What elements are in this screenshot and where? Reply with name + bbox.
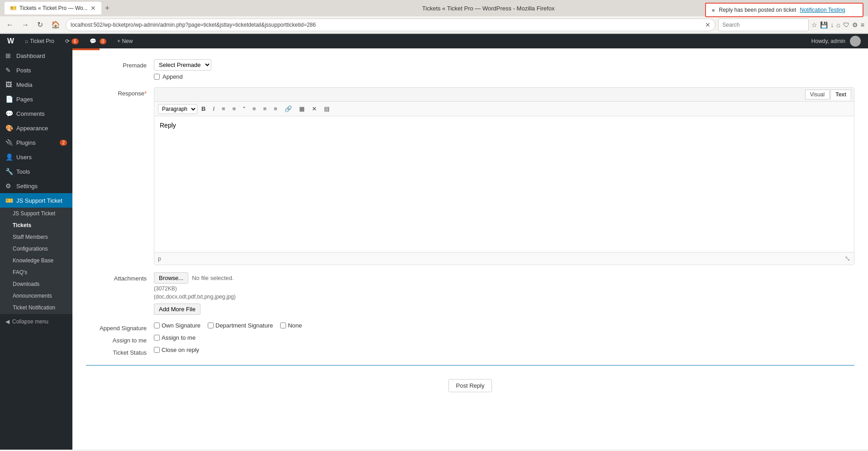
home-button[interactable]: 🏠 xyxy=(48,19,63,30)
plugins-icon: 🔌 xyxy=(5,139,13,146)
submenu-item-announcements[interactable]: Announcements xyxy=(0,290,72,302)
no-file-text: No file selected. xyxy=(192,275,234,281)
pages-icon: 📄 xyxy=(5,95,13,103)
more-icon[interactable]: ≡ xyxy=(861,21,864,28)
attachments-field: Browse... No file selected. (3072KB) (do… xyxy=(154,272,854,315)
tab-visual[interactable]: Visual xyxy=(805,90,830,100)
submenu-item-downloads[interactable]: Downloads xyxy=(0,278,72,290)
own-signature-checkbox[interactable] xyxy=(154,323,160,328)
sidebar-label-dashboard: Dashboard xyxy=(16,52,45,59)
bold-button[interactable]: B xyxy=(198,104,209,114)
sidebar-item-dashboard[interactable]: ⊞ Dashboard xyxy=(0,48,72,63)
media-icon: 🖼 xyxy=(5,81,13,88)
collapse-menu-button[interactable]: ◀ Collapse menu xyxy=(0,313,72,329)
sidebar: ⊞ Dashboard ✎ Posts 🖼 Media 📄 Pages 💬 Co… xyxy=(0,48,72,450)
browse-button[interactable]: Browse... xyxy=(154,272,188,284)
submenu-item-tickets[interactable]: Tickets xyxy=(0,219,72,231)
browser-tab[interactable]: 🎫 Tickets « Ticket Pro — Wo... ✕ xyxy=(5,2,101,14)
none-signature-label: None xyxy=(288,322,302,329)
browser-search-input[interactable] xyxy=(718,19,809,31)
form-divider xyxy=(86,365,854,366)
wp-logo-item[interactable]: W xyxy=(5,34,17,48)
download-icon[interactable]: ↓ xyxy=(830,21,834,28)
sidebar-label-appearance: Appearance xyxy=(16,125,48,132)
sidebar-label-posts: Posts xyxy=(16,67,31,74)
own-signature-option[interactable]: Own Signature xyxy=(154,322,200,329)
submenu-item-faqs[interactable]: FAQ's xyxy=(0,266,72,278)
bookmark-icon[interactable]: ☆ xyxy=(811,21,817,28)
fullscreen-button[interactable]: ▤ xyxy=(321,104,333,114)
sync-icon[interactable]: ⚙ xyxy=(852,21,858,28)
notification-icon: ● xyxy=(711,6,715,14)
users-icon: 👤 xyxy=(5,153,13,161)
new-tab-button[interactable]: + xyxy=(105,4,110,13)
tab-text[interactable]: Text xyxy=(830,90,851,100)
sidebar-item-pages[interactable]: 📄 Pages xyxy=(0,92,72,106)
url-close-icon[interactable]: ✕ xyxy=(705,21,711,28)
align-left-button[interactable]: ≡ xyxy=(249,104,259,114)
refresh-button[interactable]: ↻ xyxy=(34,19,46,30)
sidebar-item-comments[interactable]: 💬 Comments xyxy=(0,106,72,121)
editor-tag: p xyxy=(158,256,161,262)
append-checkbox[interactable] xyxy=(154,74,160,80)
editor-tabs: Visual Text xyxy=(154,88,854,102)
sidebar-item-appearance[interactable]: 🎨 Appearance xyxy=(0,121,72,135)
attachments-label: Attachments xyxy=(86,272,154,282)
sidebar-item-posts[interactable]: ✎ Posts xyxy=(0,63,72,77)
url-bar[interactable]: localhost:502/wp-ticketpro/wp-admin/admi… xyxy=(66,19,715,31)
blockquote-button[interactable]: " xyxy=(240,104,248,114)
site-name-item[interactable]: ⌂ Ticket Pro xyxy=(22,34,57,48)
sidebar-label-comments: Comments xyxy=(16,110,45,117)
updates-item[interactable]: ⟳ 6 xyxy=(62,34,81,48)
tab-close-icon[interactable]: ✕ xyxy=(91,5,96,12)
remove-format-button[interactable]: ✕ xyxy=(309,104,320,114)
premade-select[interactable]: Select Premade xyxy=(154,59,211,71)
sidebar-item-settings[interactable]: ⚙ Settings xyxy=(0,179,72,193)
italic-button[interactable]: I xyxy=(210,104,218,114)
sidebar-item-media[interactable]: 🖼 Media xyxy=(0,77,72,92)
back-button[interactable]: ← xyxy=(4,20,16,30)
dept-signature-option[interactable]: Department Signature xyxy=(208,322,273,329)
browser-right-icons: ☆ 💾 ↓ ⌂ 🛡 ⚙ ≡ xyxy=(811,21,864,28)
submenu-item-ticket-notification[interactable]: Ticket Notification xyxy=(0,302,72,313)
submenu-item-configurations[interactable]: Configurations xyxy=(0,243,72,255)
paragraph-select[interactable]: Paragraph xyxy=(158,104,197,114)
sidebar-item-js-support-ticket[interactable]: 🎫 JS Support Ticket xyxy=(0,193,72,208)
shield-icon[interactable]: 🛡 xyxy=(843,21,849,28)
submenu-item-knowledge-base[interactable]: Knowledge Base xyxy=(0,255,72,266)
ul-button[interactable]: ≡ xyxy=(219,104,229,114)
close-on-reply-checkbox[interactable] xyxy=(154,347,160,353)
howdy-text: Howdy, admin xyxy=(811,38,845,44)
assign-to-me-checkbox[interactable] xyxy=(154,335,160,341)
assign-to-me-option[interactable]: Assign to me xyxy=(154,334,196,341)
home-icon2[interactable]: ⌂ xyxy=(836,21,840,28)
resize-handle[interactable]: ⤡ xyxy=(844,254,850,263)
submenu-item-js-support-ticket[interactable]: JS Support Ticket xyxy=(0,208,72,219)
submenu-item-staff-members[interactable]: Staff Members xyxy=(0,231,72,243)
post-reply-button[interactable]: Post Reply xyxy=(448,379,492,392)
new-item[interactable]: + New xyxy=(114,34,135,48)
add-more-file-button[interactable]: Add More File xyxy=(154,304,200,315)
dept-signature-checkbox[interactable] xyxy=(208,323,214,328)
none-signature-checkbox[interactable] xyxy=(280,323,286,328)
align-center-button[interactable]: ≡ xyxy=(260,104,270,114)
close-on-reply-option[interactable]: Close on reply xyxy=(154,347,199,353)
plugins-badge: 2 xyxy=(60,140,67,146)
sidebar-item-users[interactable]: 👤 Users xyxy=(0,150,72,164)
table-button[interactable]: ▦ xyxy=(296,104,308,114)
appearance-icon: 🎨 xyxy=(5,124,13,132)
editor-body[interactable]: Reply xyxy=(154,116,854,252)
ol-button[interactable]: ≡ xyxy=(229,104,239,114)
none-signature-option[interactable]: None xyxy=(280,322,302,329)
sidebar-item-plugins[interactable]: 🔌 Plugins 2 xyxy=(0,135,72,150)
sidebar-item-tools[interactable]: 🔧 Tools xyxy=(0,164,72,179)
align-right-button[interactable]: ≡ xyxy=(271,104,281,114)
notification-link[interactable]: Notification Testing xyxy=(800,7,845,13)
forward-button[interactable]: → xyxy=(19,20,32,30)
save-icon[interactable]: 💾 xyxy=(820,21,828,28)
attachments-row: Attachments Browse... No file selected. … xyxy=(86,272,854,315)
howdy-item[interactable]: Howdy, admin xyxy=(809,34,863,48)
link-button[interactable]: 🔗 xyxy=(281,104,295,114)
comments-item[interactable]: 💬 0 xyxy=(87,34,110,48)
sidebar-label-media: Media xyxy=(16,81,32,88)
